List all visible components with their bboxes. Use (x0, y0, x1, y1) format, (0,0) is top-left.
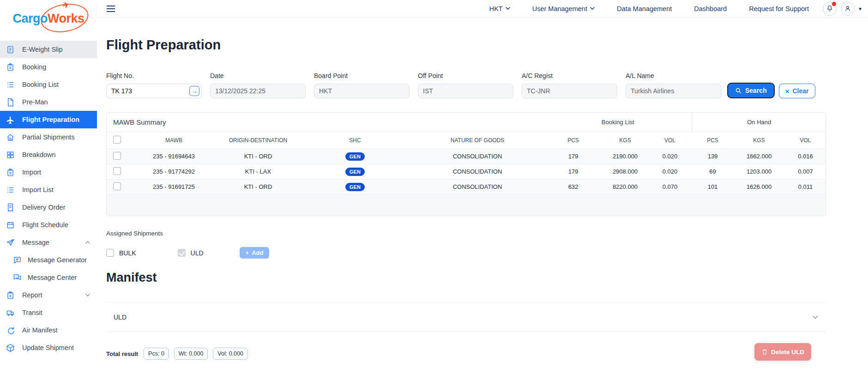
refresh-icon (6, 326, 15, 335)
sidebar-item-update-shipment[interactable]: Update Shipment (0, 339, 97, 356)
delete-uld-button[interactable]: Delete ULD (754, 343, 811, 361)
delete-uld-button-label: Delete ULD (771, 349, 804, 356)
flight-no-go-button[interactable]: → (189, 86, 199, 96)
group-header-booking-list: Booking List (544, 113, 692, 132)
sidebar-item-booking[interactable]: Booking (0, 58, 97, 76)
nav-icon-buttons: ▾ (823, 2, 862, 16)
manifest-title: Manifest (106, 271, 868, 285)
cell-origin-destination: KTI - ORD (217, 179, 300, 194)
select-all-checkbox[interactable] (113, 136, 121, 144)
clear-button[interactable]: × Clear (779, 84, 815, 98)
sidebar-item-label: Booking List (22, 81, 59, 88)
plane-icon (6, 115, 15, 124)
flight-search-form: Flight No. → Date Board Point Off Point (106, 72, 868, 98)
sidebar-item-message-generator[interactable]: Message Generator (0, 251, 97, 269)
logo-text-cargo: Cargo (12, 12, 48, 26)
cell-bl-pcs: 632 (544, 179, 602, 194)
profile-button[interactable] (841, 2, 855, 16)
sidebar-item-import[interactable]: Import (0, 163, 97, 181)
sidebar-item-transit[interactable]: Transit (0, 304, 97, 321)
sidebar-item-booking-list[interactable]: Booking List (0, 76, 97, 93)
board-point-label: Board Point (314, 72, 410, 79)
mawb-summary-table: MAWB Summary Booking List On Hand MAWB O… (107, 113, 826, 194)
sidebar-item-breakdown[interactable]: Breakdown (0, 146, 97, 163)
nav-item-request-for-support[interactable]: Request for Support (749, 5, 809, 12)
al-name-field-group: A/L Name (626, 72, 721, 98)
cell-nature-of-goods: CONSOLIDATION (410, 179, 544, 194)
nav-links: HKT User Management Data Management Dash… (489, 5, 809, 12)
cell-bl-pcs: 179 (544, 164, 602, 179)
table-row: 235 - 91691725 KTI - ORD GEN CONSOLIDATI… (107, 179, 826, 194)
search-button-label: Search (745, 87, 767, 94)
nav-item-data-management[interactable]: Data Management (617, 5, 672, 12)
sidebar-item-pre-man[interactable]: Pre-Man (0, 93, 97, 111)
nav-item-hkt[interactable]: HKT (489, 5, 510, 12)
sidebar-item-label: Booking (22, 63, 46, 71)
cell-oh-vol: 0.007 (784, 164, 826, 179)
group-header-on-hand: On Hand (692, 113, 826, 132)
app-window: ✈ CargoWorks E-Weight Slip Booking Booki… (0, 0, 868, 374)
column-header-shc: SHC (300, 132, 410, 149)
profile-caret-icon[interactable]: ▾ (859, 6, 862, 12)
sidebar-item-e-weight-slip[interactable]: E-Weight Slip (0, 41, 97, 58)
cell-oh-kgs: 1203.000 (734, 164, 784, 179)
cell-bl-vol: 0.020 (648, 164, 692, 179)
chat-icon (13, 256, 22, 265)
sidebar-item-delivery-order[interactable]: Delivery Order (0, 199, 97, 216)
cell-origin-destination: KTI - ORD (217, 149, 300, 164)
cell-oh-vol: 0.011 (784, 179, 826, 194)
sidebar-item-label: Delivery Order (22, 204, 65, 211)
cell-oh-vol: 0.016 (784, 149, 826, 164)
row-checkbox[interactable] (113, 152, 121, 160)
nav-item-label: HKT (489, 5, 503, 12)
bulk-checkbox[interactable] (106, 249, 114, 257)
sidebar-item-flight-schedule[interactable]: Flight Schedule (0, 216, 97, 234)
assigned-shipments-controls: BULK ULD + Add (106, 247, 868, 259)
flight-no-input[interactable] (106, 84, 202, 98)
column-header-bl-vol: VOL (648, 132, 692, 149)
sidebar-item-import-list[interactable]: Import List (0, 181, 97, 199)
flight-no-label: Flight No. (106, 72, 202, 79)
notifications-button[interactable] (823, 2, 837, 16)
add-button[interactable]: + Add (240, 247, 270, 259)
sidebar-item-flight-preparation[interactable]: Flight Preparation (0, 111, 97, 128)
receipt-icon (6, 203, 15, 212)
hamburger-menu-button[interactable] (105, 4, 116, 13)
send-icon (6, 238, 15, 247)
ac-regist-label: A/C Regist (522, 72, 617, 79)
search-button[interactable]: Search (727, 83, 775, 98)
truck-icon (6, 308, 15, 317)
board-point-input (314, 84, 410, 98)
sidebar-item-label: Import List (22, 186, 54, 193)
nav-item-user-management[interactable]: User Management (532, 5, 595, 12)
cell-shc: GEN (300, 164, 410, 179)
uld-accordion-header[interactable]: ULD (106, 302, 826, 332)
chevron-down-icon (590, 7, 595, 10)
sidebar-item-message[interactable]: Message (0, 234, 97, 251)
cell-oh-kgs: 1662.000 (734, 149, 784, 164)
cell-oh-pcs: 101 (692, 179, 734, 194)
uld-checkbox[interactable] (178, 249, 186, 257)
sidebar-item-report[interactable]: Report (0, 286, 97, 304)
cell-oh-kgs: 1626.000 (734, 179, 784, 194)
sidebar-item-label: Import (22, 169, 41, 176)
nav-item-dashboard[interactable]: Dashboard (694, 5, 727, 12)
sidebar-item-message-center[interactable]: Message Center (0, 269, 97, 286)
cell-bl-kgs: 8220.000 (602, 179, 648, 194)
page-content: Flight Preparation Flight No. → Date Boa… (97, 17, 868, 361)
person-icon (844, 5, 851, 12)
shc-badge: GEN (345, 183, 365, 191)
row-checkbox[interactable] (113, 182, 121, 190)
chevron-up-icon (85, 240, 90, 245)
sidebar-item-partial-shipments[interactable]: Partial Shipments (0, 128, 97, 146)
sidebar-item-label: Breakdown (22, 151, 56, 158)
sidebar-item-air-manifest[interactable]: Air Manifest (0, 321, 97, 339)
cargoworks-logo[interactable]: ✈ CargoWorks (12, 7, 85, 30)
cell-nature-of-goods: CONSOLIDATION (410, 149, 544, 164)
nav-item-label: User Management (532, 5, 587, 12)
shc-badge: GEN (345, 168, 365, 176)
sidebar-item-label: Flight Preparation (22, 116, 79, 123)
ac-regist-input (522, 84, 617, 98)
row-checkbox[interactable] (113, 167, 121, 175)
chats-icon (13, 273, 22, 282)
